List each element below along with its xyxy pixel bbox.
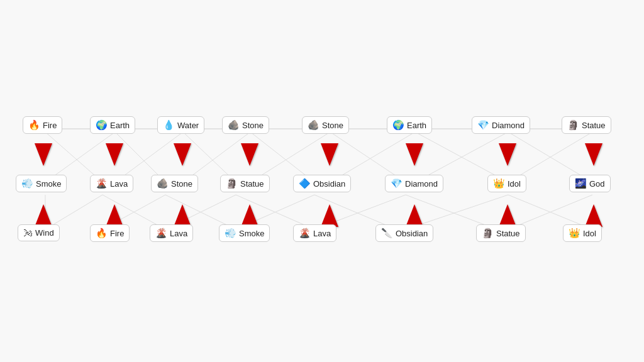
lava1-icon: 🌋 — [96, 178, 108, 189]
diamond1-icon: 💎 — [477, 119, 489, 131]
arrow-down-2: 🔻 — [106, 143, 123, 166]
element-lava1[interactable]: 🌋 Lava — [90, 175, 133, 192]
arrow-up-3: 🔺 — [174, 204, 191, 227]
canvas: 🔻 🔻 🔻 🔻 🔻 🔻 🔻 🔻 🔺 🔺 🔺 🔺 🔺 🔺 🔺 🔺 🔥 Fire 🌍… — [0, 0, 644, 362]
stone3-label: Stone — [171, 179, 192, 189]
stone1-label: Stone — [242, 121, 264, 130]
fire2-label: Fire — [110, 229, 124, 238]
arrow-up-5: 🔺 — [321, 204, 338, 227]
statue2-label: Statue — [240, 179, 264, 189]
lava2-label: Lava — [170, 229, 187, 238]
statue1-icon: 🗿 — [567, 119, 579, 131]
element-statue3[interactable]: 🗿 Statue — [476, 224, 526, 242]
statue1-label: Statue — [582, 121, 606, 130]
arrow-down-8: 🔻 — [585, 143, 602, 166]
stone2-icon: 🪨 — [308, 119, 319, 131]
obsidian1-label: Obsidian — [313, 179, 345, 189]
smoke-icon: 💨 — [21, 178, 33, 189]
water-icon: 💧 — [163, 119, 175, 131]
element-lava3[interactable]: 🌋 Lava — [293, 224, 336, 242]
earth2-label: Earth — [407, 121, 426, 130]
wind-icon: 🌬 — [23, 228, 33, 238]
element-lava2[interactable]: 🌋 Lava — [150, 224, 193, 242]
earth1-label: Earth — [110, 121, 130, 130]
arrow-up-4: 🔺 — [241, 204, 258, 227]
element-god[interactable]: 🌌 God — [569, 175, 611, 192]
god-label: God — [589, 179, 605, 189]
smoke2-label: Smoke — [239, 229, 264, 238]
element-diamond2[interactable]: 💎 Diamond — [385, 175, 443, 192]
arrow-down-3: 🔻 — [174, 143, 191, 166]
arrow-up-1: 🔺 — [35, 204, 52, 227]
fire-label: Fire — [43, 121, 57, 130]
element-smoke2[interactable]: 💨 Smoke — [219, 224, 270, 242]
element-stone2[interactable]: 🪨 Stone — [302, 116, 349, 134]
lava3-label: Lava — [313, 229, 331, 238]
arrow-up-2: 🔺 — [106, 204, 123, 227]
arrow-down-6: 🔻 — [406, 143, 423, 166]
element-smoke[interactable]: 💨 Smoke — [16, 175, 67, 192]
element-obsidian2[interactable]: 🔪 Obsidian — [375, 224, 433, 242]
idol2-label: Idol — [583, 229, 596, 238]
element-wind[interactable]: 🌬 Wind — [18, 224, 60, 241]
statue3-icon: 🗿 — [482, 228, 494, 239]
obsidian2-label: Obsidian — [396, 229, 428, 238]
arrow-up-6: 🔺 — [406, 204, 423, 227]
earth2-icon: 🌍 — [392, 119, 404, 131]
smoke-label: Smoke — [36, 179, 61, 189]
element-earth1[interactable]: 🌍 Earth — [90, 116, 135, 134]
element-statue1[interactable]: 🗿 Statue — [562, 116, 611, 134]
idol2-icon: 👑 — [569, 228, 580, 239]
element-water[interactable]: 💧 Water — [157, 116, 204, 134]
element-statue2[interactable]: 🗿 Statue — [220, 175, 270, 192]
arrow-down-1: 🔻 — [35, 143, 52, 166]
element-idol1[interactable]: 👑 Idol — [487, 175, 526, 192]
fire2-icon: 🔥 — [96, 228, 108, 239]
diamond2-icon: 💎 — [391, 178, 402, 189]
arrow-down-7: 🔻 — [499, 143, 516, 166]
smoke2-icon: 💨 — [225, 228, 236, 239]
stone3-icon: 🪨 — [157, 178, 169, 189]
god-icon: 🌌 — [575, 178, 587, 189]
obsidian1-icon: 🔷 — [299, 178, 311, 189]
element-stone1[interactable]: 🪨 Stone — [222, 116, 269, 134]
element-idol2[interactable]: 👑 Idol — [563, 224, 602, 242]
lava3-icon: 🌋 — [299, 228, 311, 239]
element-earth2[interactable]: 🌍 Earth — [387, 116, 432, 134]
lava2-icon: 🌋 — [155, 228, 167, 239]
statue2-icon: 🗿 — [226, 178, 238, 189]
arrow-up-8: 🔺 — [585, 204, 602, 227]
diamond1-label: Diamond — [492, 121, 525, 130]
arrow-up-7: 🔺 — [499, 204, 516, 227]
statue3-label: Statue — [496, 229, 520, 238]
obsidian2-icon: 🔪 — [381, 228, 393, 239]
water-label: Water — [177, 121, 199, 130]
idol1-icon: 👑 — [493, 178, 505, 189]
idol1-label: Idol — [508, 179, 521, 189]
element-diamond1[interactable]: 💎 Diamond — [472, 116, 530, 134]
diamond2-label: Diamond — [405, 179, 438, 189]
fire-icon: 🔥 — [28, 119, 40, 131]
stone1-icon: 🪨 — [228, 119, 240, 131]
earth1-icon: 🌍 — [96, 119, 108, 131]
lava1-label: Lava — [110, 179, 128, 189]
element-fire[interactable]: 🔥 Fire — [23, 116, 62, 134]
stone2-label: Stone — [322, 121, 343, 130]
element-stone3[interactable]: 🪨 Stone — [151, 175, 198, 192]
wind-label: Wind — [35, 228, 54, 238]
arrow-down-4: 🔻 — [241, 143, 258, 166]
arrow-down-5: 🔻 — [321, 143, 338, 166]
element-fire2[interactable]: 🔥 Fire — [90, 224, 130, 242]
element-obsidian1[interactable]: 🔷 Obsidian — [293, 175, 351, 192]
